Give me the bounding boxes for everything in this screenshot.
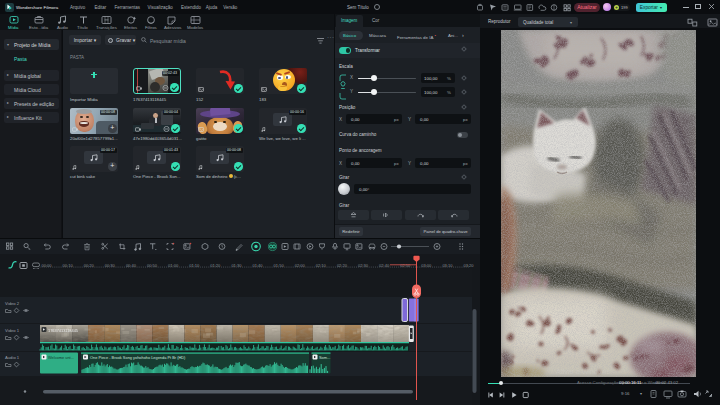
svg-text:Video 2: Video 2: [5, 301, 20, 306]
svg-text:Som...: Som...: [319, 355, 330, 360]
svg-text:Áudio 1: Áudio 1: [5, 355, 20, 360]
svg-text:Welcome unt...: Welcome unt...: [48, 355, 74, 360]
svg-text:17637413118445: 17637413118445: [48, 328, 78, 333]
svg-text:One Piece - Brook Song yohohoh: One Piece - Brook Song yohohoho Legenda …: [90, 355, 186, 360]
svg-text:03:20: 03:20: [464, 263, 475, 268]
svg-text:Video 1: Video 1: [5, 328, 20, 333]
